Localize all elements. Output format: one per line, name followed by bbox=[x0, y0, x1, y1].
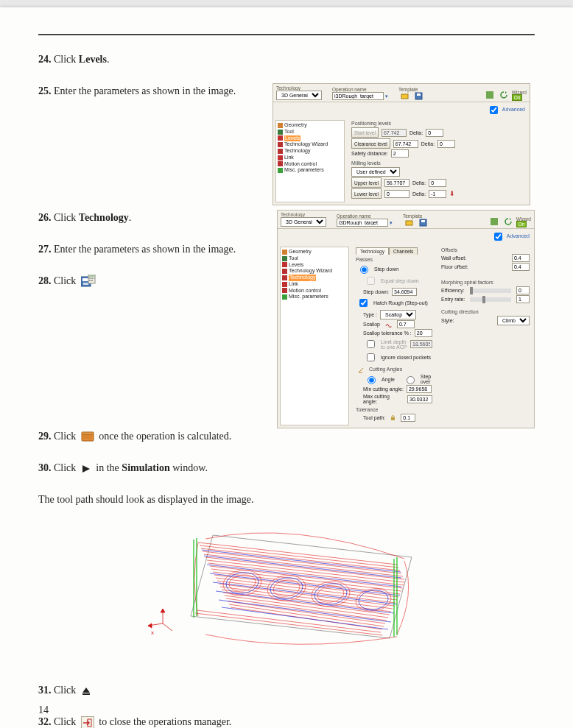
type-select[interactable]: Scallop bbox=[380, 310, 416, 319]
lower-level-val[interactable] bbox=[384, 190, 409, 198]
group-angles: Cutting Angles bbox=[369, 367, 402, 372]
tree-misc[interactable]: Misc. parameters bbox=[282, 294, 347, 300]
top-rule bbox=[38, 34, 535, 35]
tree-techwiz[interactable]: Technology Wizard bbox=[278, 141, 342, 148]
stepover-radio[interactable] bbox=[406, 376, 415, 384]
label-opname: Operation name bbox=[337, 213, 393, 219]
delta2-input[interactable] bbox=[437, 140, 455, 148]
template-open-icon[interactable] bbox=[401, 92, 409, 100]
tree-geometry[interactable]: Geometry bbox=[282, 249, 347, 255]
refresh-icon[interactable] bbox=[505, 218, 512, 225]
opname-input[interactable] bbox=[337, 219, 388, 227]
stepdown-label: Step down bbox=[374, 266, 398, 272]
stepdown-input[interactable] bbox=[392, 288, 417, 296]
stepdown-radio[interactable] bbox=[359, 266, 369, 274]
tree-link[interactable]: Link bbox=[282, 281, 347, 288]
screenshot-technology: Technology3D General Operation name ▾ Te… bbox=[277, 210, 535, 428]
tree-geometry[interactable]: Geometry bbox=[278, 122, 342, 129]
upper-level-val[interactable] bbox=[384, 179, 409, 187]
tree-motion[interactable]: Motion control bbox=[282, 288, 347, 294]
tree-levels[interactable]: Levels bbox=[282, 262, 347, 269]
eject-icon bbox=[81, 686, 91, 696]
advanced-check[interactable] bbox=[489, 106, 499, 114]
lock-icon bbox=[390, 415, 396, 421]
safety-input[interactable] bbox=[391, 149, 409, 158]
eff-input[interactable] bbox=[516, 286, 530, 294]
step-27: 27. Enter the parameters as shown in the… bbox=[38, 241, 264, 257]
refresh-icon[interactable] bbox=[500, 91, 507, 99]
entry-slider[interactable] bbox=[470, 297, 511, 302]
limit-label: Limit depth to one ACP bbox=[381, 339, 407, 350]
start-level-btn[interactable]: Start level bbox=[351, 127, 379, 138]
step-text: Enter the parameters as shown in the ima… bbox=[54, 85, 236, 96]
tree-misc[interactable]: Misc. parameters bbox=[278, 167, 342, 174]
step-30-note: The tool path should look as displayed i… bbox=[38, 492, 535, 507]
svg-rect-16 bbox=[421, 220, 425, 222]
limit-check[interactable] bbox=[366, 340, 376, 348]
angle-radio[interactable] bbox=[367, 376, 376, 384]
entry-input[interactable] bbox=[516, 295, 530, 303]
wizard-on[interactable]: On bbox=[512, 94, 523, 101]
tech-select[interactable]: 3D General bbox=[281, 217, 326, 227]
wizard-on[interactable]: On bbox=[516, 221, 527, 227]
tool-icon[interactable] bbox=[491, 218, 498, 225]
svg-rect-9 bbox=[89, 278, 91, 279]
ldelta-input[interactable] bbox=[429, 190, 446, 198]
delta1-input[interactable] bbox=[426, 129, 443, 137]
hatch-check[interactable] bbox=[359, 299, 368, 307]
tree-link[interactable]: Link bbox=[278, 155, 342, 161]
upper-level-btn[interactable]: Upper level bbox=[351, 177, 382, 188]
type-label: Type : bbox=[363, 312, 377, 317]
tab-channels[interactable]: Channels bbox=[389, 247, 418, 255]
advanced-check[interactable] bbox=[493, 233, 503, 241]
tech-select[interactable]: 3D General bbox=[276, 91, 322, 100]
scallop-label: Scallop bbox=[363, 322, 380, 327]
tree-technology[interactable]: Technology bbox=[278, 148, 342, 155]
step-25-row: 25. Enter the parameters as shown in the… bbox=[38, 83, 535, 205]
style-select[interactable]: Climb bbox=[497, 316, 530, 325]
ignore-check[interactable] bbox=[366, 353, 376, 361]
svg-rect-40 bbox=[82, 693, 90, 695]
tree-tool[interactable]: Tool bbox=[282, 255, 347, 262]
svg-rect-17 bbox=[491, 218, 498, 225]
toolpath-input[interactable] bbox=[401, 414, 415, 422]
udelta-input[interactable] bbox=[429, 179, 446, 187]
template-save-icon[interactable] bbox=[415, 92, 423, 100]
group-offsets: Offsets bbox=[441, 247, 530, 252]
wall-input[interactable] bbox=[512, 254, 530, 262]
tree-technology[interactable]: Technology bbox=[282, 275, 347, 281]
floor-input[interactable] bbox=[512, 263, 530, 271]
userdef-select[interactable]: User defined bbox=[351, 167, 400, 177]
advanced-row: Advanced bbox=[278, 229, 534, 244]
step-text: to close the operations manager. bbox=[99, 716, 231, 727]
tree-levels[interactable]: Levels bbox=[278, 135, 342, 142]
tree-techwiz[interactable]: Technology Wizard bbox=[282, 268, 347, 275]
lower-level-btn[interactable]: Lower level bbox=[351, 188, 382, 199]
template-save-icon[interactable] bbox=[419, 219, 427, 227]
tab-technology[interactable]: Technology bbox=[356, 247, 389, 255]
close-ops-icon bbox=[81, 716, 94, 728]
step-28: 28. Click bbox=[38, 273, 264, 289]
max-angle-input[interactable] bbox=[407, 395, 432, 403]
opname-input[interactable] bbox=[332, 92, 384, 100]
step-30: 30. Click in the Simulation window. bbox=[38, 460, 535, 476]
eff-slider[interactable] bbox=[470, 289, 511, 293]
label-opname: Operation name bbox=[332, 87, 388, 92]
svg-text:x: x bbox=[151, 629, 154, 636]
clear-level-btn[interactable]: Clearance level bbox=[351, 138, 390, 149]
advanced-row: Advanced bbox=[273, 102, 530, 118]
step-bold: Technology bbox=[79, 212, 129, 223]
scallop-input[interactable] bbox=[397, 320, 415, 328]
clear-level-val[interactable] bbox=[393, 140, 418, 148]
play-icon bbox=[81, 464, 91, 474]
group-passes: Passes bbox=[356, 257, 432, 262]
min-angle-input[interactable] bbox=[407, 385, 432, 393]
tool-icon[interactable] bbox=[486, 91, 493, 99]
step-text: once the operation is calculated. bbox=[99, 431, 231, 442]
tree-motion[interactable]: Motion control bbox=[278, 161, 342, 168]
template-open-icon[interactable] bbox=[405, 219, 413, 227]
tree-tool[interactable]: Tool bbox=[278, 129, 342, 135]
style-label: Style: bbox=[441, 318, 454, 323]
tol-input[interactable] bbox=[415, 329, 432, 337]
document-page: 24. Click Levels. 25. Enter the paramete… bbox=[0, 7, 573, 728]
